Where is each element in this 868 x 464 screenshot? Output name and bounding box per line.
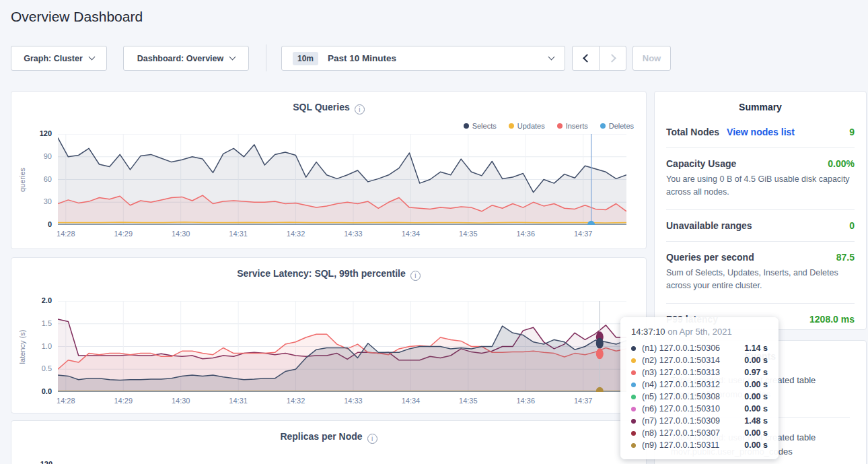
x-tick-label: 14:29 (111, 230, 135, 238)
tooltip-row: (n1) 127.0.0.1:503061.14 s (631, 342, 768, 354)
summary-title: Summary (655, 92, 866, 112)
y-tick-label: 1.5 (11, 319, 52, 327)
node-dot-icon (631, 383, 636, 387)
x-tick-label: 14:37 (571, 230, 595, 238)
x-tick-label: 14:29 (111, 397, 135, 405)
x-tick-label: 14:34 (398, 230, 423, 238)
sql-queries-legend: SelectsUpdatesInsertsDeletes (464, 122, 634, 130)
queries-per-second-desc: Sum of Selects, Updates, Inserts, and De… (666, 267, 855, 293)
x-tick-label: 14:32 (284, 230, 308, 238)
sql-queries-title: SQL Queriesi (11, 102, 646, 114)
info-icon[interactable]: i (367, 434, 377, 444)
chevron-down-icon (88, 54, 95, 61)
capacity-usage-value: 0.00% (828, 158, 855, 169)
x-tick-label: 14:36 (513, 230, 538, 238)
sql-queries-chart[interactable] (58, 134, 626, 225)
page-title: Overview Dashboard (11, 9, 143, 25)
tooltip-row: (n6) 127.0.0.1:503100.00 s (631, 403, 768, 415)
x-tick-label: 14:35 (456, 397, 480, 405)
view-nodes-list-link[interactable]: View nodes list (727, 127, 795, 137)
tooltip-timestamp: 14:37:10 on Apr 5th, 2021 (631, 327, 768, 337)
now-button[interactable]: Now (632, 46, 671, 71)
sql-queries-card: SQL Queriesi SelectsUpdatesInsertsDelete… (11, 91, 647, 249)
legend-item-deletes[interactable]: Deletes (600, 122, 634, 130)
total-nodes-value: 9 (849, 127, 855, 137)
x-tick-label: 14:37 (571, 397, 595, 405)
y-tick-label: 90 (11, 152, 52, 160)
chevron-down-icon (229, 54, 236, 61)
tooltip-row: (n4) 127.0.0.1:503120.00 s (631, 378, 768, 391)
service-latency-card: Service Latency: SQL, 99th percentilei l… (11, 257, 647, 413)
x-tick-label: 14:36 (513, 397, 538, 405)
tooltip-row: (n9) 127.0.0.1:503110.00 s (631, 439, 768, 451)
time-range-badge: 10m (293, 52, 318, 65)
summary-row-capacity-usage: Capacity Usage 0.00% You are using 0 B o… (666, 147, 855, 209)
tooltip-row: (n3) 127.0.0.1:503130.97 s (631, 366, 768, 378)
y-tick-label: 2.0 (11, 296, 52, 304)
capacity-usage-desc: You are using 0 B of 4.5 GiB usable disk… (666, 173, 855, 199)
dashboard-dropdown[interactable]: Dashboard: Overview (123, 46, 249, 71)
replicas-per-node-title: Replicas per Nodei (11, 431, 646, 444)
unavailable-ranges-value: 0 (849, 220, 855, 231)
time-range-dropdown[interactable]: 10m Past 10 Minutes (281, 46, 565, 71)
time-range-label: Past 10 Minutes (328, 53, 396, 63)
legend-item-updates[interactable]: Updates (509, 122, 545, 130)
node-dot-icon (631, 358, 636, 363)
p99-latency-value: 1208.0 ms (809, 314, 855, 325)
controls-divider (266, 44, 266, 71)
y-tick-label: 0.5 (11, 364, 52, 372)
graph-dropdown-label: Graph: Cluster (24, 54, 83, 63)
y-tick-label: 1.0 (11, 342, 52, 350)
summary-row-queries-per-second: Queries per second 87.5 Sum of Selects, … (666, 241, 855, 303)
service-latency-title: Service Latency: SQL, 99th percentilei (11, 268, 646, 281)
dashboard-dropdown-label: Dashboard: Overview (137, 54, 224, 63)
replicas-per-node-card: Replicas per Nodei 120 (11, 420, 647, 464)
summary-row-unavailable-ranges: Unavailable ranges 0 (666, 209, 855, 241)
chevron-left-icon (583, 54, 591, 63)
node-dot-icon (631, 443, 636, 448)
chevron-right-icon (608, 54, 616, 63)
info-icon[interactable]: i (410, 271, 421, 281)
x-tick-label: 14:33 (341, 397, 365, 405)
summary-panel: Summary Total Nodes View nodes list 9 Ca… (654, 91, 867, 330)
y-tick-label: 120 (11, 129, 52, 137)
legend-dot-icon (464, 123, 469, 129)
tooltip-row: (n8) 127.0.0.1:503070.00 s (631, 427, 768, 439)
legend-dot-icon (600, 123, 606, 129)
graph-dropdown[interactable]: Graph: Cluster (11, 46, 107, 71)
chevron-down-icon (548, 54, 555, 61)
node-dot-icon (631, 346, 636, 351)
node-dot-icon (631, 431, 636, 436)
x-tick-label: 14:35 (456, 230, 480, 238)
queries-per-second-value: 87.5 (836, 252, 855, 263)
node-dot-icon (631, 407, 636, 411)
tooltip-row: (n2) 127.0.0.1:503140.00 s (631, 354, 768, 366)
chart-hover-tooltip: 14:37:10 on Apr 5th, 2021 (n1) 127.0.0.1… (620, 317, 779, 459)
x-tick-label: 14:33 (341, 230, 365, 238)
node-dot-icon (631, 370, 636, 375)
x-tick-label: 14:32 (284, 397, 308, 405)
x-tick-label: 14:31 (226, 230, 250, 238)
x-tick-label: 14:28 (54, 230, 78, 238)
y-tick-label: 30 (11, 197, 52, 205)
x-tick-label: 14:31 (226, 397, 250, 405)
x-tick-label: 14:30 (169, 397, 193, 405)
replicas-ytick-top: 120 (11, 460, 52, 464)
info-icon[interactable]: i (355, 104, 365, 114)
service-latency-chart[interactable] (58, 301, 626, 392)
legend-dot-icon (557, 123, 563, 129)
summary-body: Total Nodes View nodes list 9 Capacity U… (655, 112, 866, 335)
legend-item-selects[interactable]: Selects (464, 122, 497, 130)
tooltip-row: (n5) 127.0.0.1:503080.00 s (631, 391, 768, 403)
now-button-label: Now (643, 53, 661, 63)
tooltip-rows: (n1) 127.0.0.1:503061.14 s(n2) 127.0.0.1… (631, 342, 768, 451)
node-dot-icon (631, 419, 636, 424)
node-dot-icon (631, 395, 636, 399)
time-prev-button[interactable] (572, 46, 600, 71)
legend-item-inserts[interactable]: Inserts (557, 122, 588, 130)
summary-row-total-nodes: Total Nodes View nodes list 9 (666, 117, 855, 147)
y-tick-label: 0 (11, 220, 52, 228)
y-tick-label: 0.0 (11, 387, 52, 395)
time-next-button[interactable] (599, 46, 626, 71)
y-tick-label: 60 (11, 175, 52, 183)
